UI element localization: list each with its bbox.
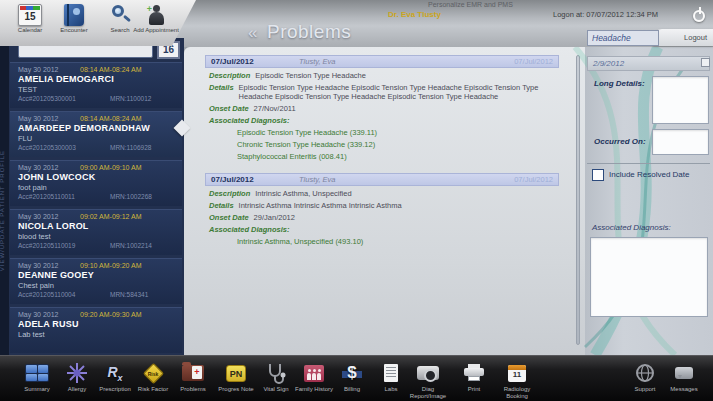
logout-button[interactable]: Logout [684,33,707,42]
patient-complaint: Lab test [18,330,176,339]
patient-card-selected[interactable]: May 30 201208:14 AM-08:24 AM AMARDEEP DE… [10,111,182,157]
patient-card[interactable]: May 30 201209:02 AM-09:12 AM NICOLA LORO… [10,209,182,255]
bottom-toolbar: Summary Allergy Rx Prescription Risk Ris… [0,355,713,401]
tool-label: Support [625,386,665,393]
patient-mrn: MRN:584341 [110,291,148,298]
tab-risk-factor[interactable]: Risk Risk Factor [133,360,173,393]
labs-document-icon [384,364,398,382]
assoc-diagnosis-listbox[interactable] [590,237,708,317]
diagnosis-item: Chronic Tension Type Headache (339.12) [205,140,559,149]
calendar-button[interactable]: 15 Calendar [8,4,52,33]
encounter-label: Encounter [52,27,96,33]
date-picker-icon[interactable] [701,58,710,67]
tab-prescription[interactable]: Rx Prescription [95,360,135,393]
patient-acc: Acc#201205110019 [18,242,110,249]
tool-label: Problems [173,386,213,393]
tab-problems[interactable]: + Problems [173,360,213,393]
patient-list-sidebar: 16 May 30 201208:14 AM-08:24 AM AMELIA D… [0,38,184,360]
tab-progress-note[interactable]: PN Progres Note [216,360,256,393]
patient-mrn: MRN:1002268 [110,193,152,200]
tool-label: Diag Report/Image [404,386,452,400]
patient-card[interactable]: May 30 201209:10 AM-09:20 AM DEANNE GOOE… [10,258,182,304]
patient-card[interactable]: May 30 201209:00 AM-09:10 AM JOHN LOWCOC… [10,160,182,206]
tab-billing[interactable]: $ Billing [332,360,372,393]
appointment-time: 09:10 AM-09:20 AM [80,262,141,269]
add-appointment-person-icon: + [145,4,167,26]
calendar-day-badge: 11 [508,370,526,379]
occurred-on-field[interactable] [652,129,709,155]
problem-date: 07/Jul/2012 [211,175,299,184]
power-button[interactable] [692,7,709,24]
tab-allergy[interactable]: Allergy [57,360,97,393]
tab-diag-report-image[interactable]: Diag Report/Image [404,360,452,400]
patient-complaint: Chest pain [18,281,176,290]
tab-print[interactable]: Print [454,360,494,393]
vital-sign-stethoscope-icon [266,362,286,384]
onset-date-label: Onset Date [209,213,249,222]
tab-support[interactable]: Support [625,360,665,393]
problem-provider: Tlusty, Eva [299,57,514,66]
problem-entry-header: 07/Jul/2012 Tlusty, Eva 07/Jul/2012 [205,173,559,186]
associated-diagnosis-label: Associated Diagnosis: [209,116,289,125]
long-details-label: Long Details: [594,79,645,88]
allergy-burst-icon [66,362,88,384]
onset-date-value: 27/Nov/2011 [254,104,559,113]
encounter-button[interactable]: Encounter [52,4,96,33]
tab-radiology-booking[interactable]: 11 Radiology Booking [493,360,541,400]
date-field[interactable]: 2/9/2012 [587,56,710,71]
camera-icon [417,366,439,380]
patient-mrn: MRN:1106928 [110,144,151,151]
problem-date-right: 07/Jul/2012 [514,57,553,66]
tool-label: Summary [17,386,57,393]
billing-dollar-icon: $ [342,363,362,383]
tool-label: Messages [664,386,704,393]
brand-title: Personalize EMR and PMS [428,1,513,8]
calendar-icon: 15 [18,4,42,26]
patient-name: DEANNE GOOEY [18,270,176,280]
tab-family-history[interactable]: Family History [290,360,338,393]
problem-entry[interactable]: 07/Jul/2012 Tlusty, Eva 07/Jul/2012 Desc… [205,47,559,161]
patient-complaint: foot pain [18,183,176,192]
diagnosis-item: Episodic Tension Type Headache (339.11) [205,128,559,137]
onset-date-value: 29/Jan/2012 [254,213,559,222]
book-dot [73,8,80,15]
book-spine [67,4,69,26]
patient-card[interactable]: May 30 201208:14 AM-08:24 AM AMELIA DEMO… [10,62,182,108]
appointment-date: May 30 2012 [18,213,80,220]
tool-label: Family History [290,386,338,393]
back-chevron-icon[interactable]: « [248,23,258,42]
add-appointment-button[interactable]: + Add Appointment [128,4,184,33]
include-resolved-checkbox[interactable] [592,169,604,181]
long-details-textarea[interactable] [652,76,709,124]
calendar-icon-strip [20,6,40,10]
patient-card[interactable]: May 30 201209:20 AM-09:30 AM ADELA RUSU … [10,307,182,353]
patient-acc: Acc#201205110011 [18,193,110,200]
details-value: Episodic Tension Type Headache Episodic … [239,83,559,101]
magnifier-glass [112,5,124,17]
appointment-time: 09:02 AM-09:12 AM [80,213,141,220]
tool-label: Progres Note [216,386,256,393]
associated-diagnosis-label: Associated Diagnosis: [209,225,289,234]
patient-name: JOHN LOWCOCK [18,172,176,182]
tool-label: Billing [332,386,372,393]
encounter-book-icon [64,4,84,26]
appointment-date: May 30 2012 [18,164,80,171]
person-body [149,12,164,25]
patient-cards: May 30 201208:14 AM-08:24 AM AMELIA DEMO… [10,62,182,356]
scrollbar[interactable] [576,55,580,345]
risk-badge: Risk [148,370,159,376]
page-title: «Problems [248,21,351,43]
description-value: Episodic Tension Type Headache [255,71,559,80]
problem-filter-input[interactable] [587,30,659,46]
messages-bubble-icon [675,367,693,379]
tool-label: Allergy [57,386,97,393]
family-history-icon [304,365,324,382]
problems-folder-icon: + [182,365,204,381]
problem-date-right: 07/Jul/2012 [514,175,553,184]
tab-summary[interactable]: Summary [17,360,57,393]
tab-messages[interactable]: Messages [664,360,704,393]
problem-date: 07/Jul/2012 [211,57,299,66]
problem-entry[interactable]: 07/Jul/2012 Tlusty, Eva 07/Jul/2012 Desc… [205,161,559,246]
tool-label: Prescription [95,386,135,393]
patient-complaint: blood test [18,232,176,241]
